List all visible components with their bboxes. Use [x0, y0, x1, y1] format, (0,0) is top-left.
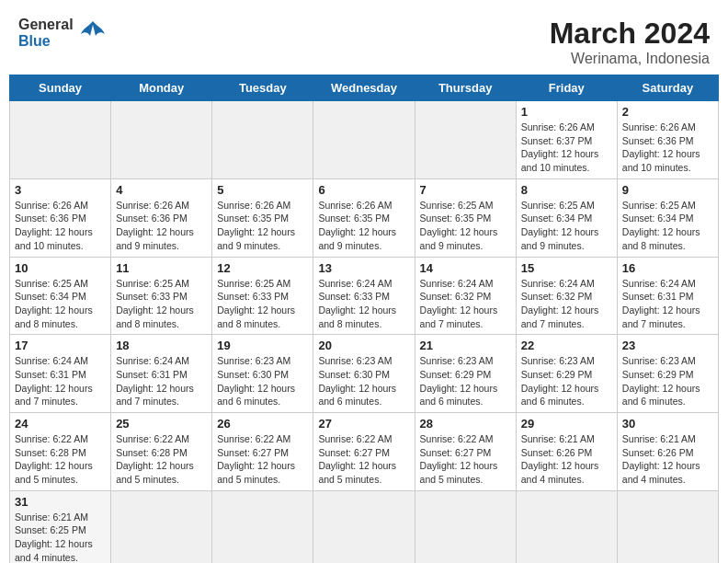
calendar-day-cell: 31Sunrise: 6:21 AM Sunset: 6:25 PM Dayli…: [10, 490, 111, 563]
calendar-day-cell: [516, 490, 617, 563]
day-number: 18: [116, 339, 207, 352]
calendar-header-row: SundayMondayTuesdayWednesdayThursdayFrid…: [10, 75, 719, 101]
logo: General Blue: [18, 17, 107, 49]
day-number: 7: [420, 183, 511, 197]
calendar-day-cell: 20Sunrise: 6:23 AM Sunset: 6:30 PM Dayli…: [313, 335, 415, 413]
day-info: Sunrise: 6:23 AM Sunset: 6:30 PM Dayligh…: [318, 354, 409, 408]
calendar-day-cell: 19Sunrise: 6:23 AM Sunset: 6:30 PM Dayli…: [212, 335, 313, 413]
weekday-header: Sunday: [10, 75, 111, 101]
weekday-header: Saturday: [617, 75, 718, 101]
calendar-day-cell: 11Sunrise: 6:25 AM Sunset: 6:33 PM Dayli…: [111, 257, 212, 335]
day-number: 14: [420, 261, 511, 275]
calendar-day-cell: 26Sunrise: 6:22 AM Sunset: 6:27 PM Dayli…: [212, 413, 313, 491]
calendar-day-cell: 14Sunrise: 6:24 AM Sunset: 6:32 PM Dayli…: [415, 257, 516, 335]
day-info: Sunrise: 6:25 AM Sunset: 6:34 PM Dayligh…: [15, 277, 106, 331]
day-info: Sunrise: 6:25 AM Sunset: 6:33 PM Dayligh…: [116, 277, 207, 331]
day-number: 6: [318, 183, 409, 197]
calendar-day-cell: 27Sunrise: 6:22 AM Sunset: 6:27 PM Dayli…: [313, 413, 415, 491]
day-info: Sunrise: 6:23 AM Sunset: 6:29 PM Dayligh…: [622, 354, 713, 408]
day-info: Sunrise: 6:24 AM Sunset: 6:31 PM Dayligh…: [116, 354, 207, 408]
calendar-day-cell: [10, 101, 111, 179]
calendar-day-cell: 15Sunrise: 6:24 AM Sunset: 6:32 PM Dayli…: [516, 257, 617, 335]
calendar-day-cell: 8Sunrise: 6:25 AM Sunset: 6:34 PM Daylig…: [516, 178, 617, 257]
calendar-day-cell: [111, 490, 212, 563]
logo-general: General: [18, 17, 74, 33]
day-info: Sunrise: 6:22 AM Sunset: 6:28 PM Dayligh…: [116, 432, 207, 487]
day-info: Sunrise: 6:23 AM Sunset: 6:30 PM Dayligh…: [217, 354, 308, 408]
calendar-day-cell: 9Sunrise: 6:25 AM Sunset: 6:34 PM Daylig…: [617, 178, 718, 257]
calendar-week-row: 3Sunrise: 6:26 AM Sunset: 6:36 PM Daylig…: [10, 178, 719, 257]
day-info: Sunrise: 6:25 AM Sunset: 6:35 PM Dayligh…: [420, 199, 511, 253]
calendar-day-cell: [313, 101, 415, 179]
calendar-day-cell: 23Sunrise: 6:23 AM Sunset: 6:29 PM Dayli…: [617, 335, 718, 413]
page-header: General Blue March 2024 Werinama, Indone…: [9, 9, 719, 71]
calendar-day-cell: [415, 101, 516, 179]
calendar-day-cell: [617, 490, 718, 563]
calendar-day-cell: [212, 101, 313, 179]
day-number: 12: [217, 261, 308, 275]
calendar-week-row: 24Sunrise: 6:22 AM Sunset: 6:28 PM Dayli…: [10, 413, 719, 491]
day-info: Sunrise: 6:25 AM Sunset: 6:34 PM Dayligh…: [622, 199, 713, 253]
calendar-day-cell: 5Sunrise: 6:26 AM Sunset: 6:35 PM Daylig…: [212, 178, 313, 257]
day-info: Sunrise: 6:26 AM Sunset: 6:35 PM Dayligh…: [318, 199, 409, 253]
day-info: Sunrise: 6:22 AM Sunset: 6:27 PM Dayligh…: [318, 432, 409, 487]
day-info: Sunrise: 6:26 AM Sunset: 6:35 PM Dayligh…: [217, 199, 308, 253]
day-number: 25: [116, 417, 207, 431]
day-number: 19: [217, 339, 308, 352]
day-number: 11: [116, 261, 207, 275]
weekday-header: Wednesday: [313, 75, 415, 101]
day-info: Sunrise: 6:25 AM Sunset: 6:33 PM Dayligh…: [217, 277, 308, 331]
calendar-day-cell: 3Sunrise: 6:26 AM Sunset: 6:36 PM Daylig…: [10, 178, 111, 257]
day-info: Sunrise: 6:24 AM Sunset: 6:33 PM Dayligh…: [318, 277, 409, 331]
calendar-day-cell: 16Sunrise: 6:24 AM Sunset: 6:31 PM Dayli…: [617, 257, 718, 335]
calendar-day-cell: 24Sunrise: 6:22 AM Sunset: 6:28 PM Dayli…: [10, 413, 111, 491]
day-info: Sunrise: 6:24 AM Sunset: 6:31 PM Dayligh…: [15, 354, 106, 408]
calendar-week-row: 17Sunrise: 6:24 AM Sunset: 6:31 PM Dayli…: [10, 335, 719, 413]
day-info: Sunrise: 6:24 AM Sunset: 6:32 PM Dayligh…: [420, 277, 511, 331]
day-info: Sunrise: 6:21 AM Sunset: 6:26 PM Dayligh…: [622, 432, 713, 487]
day-number: 20: [318, 339, 409, 352]
calendar-week-row: 1Sunrise: 6:26 AM Sunset: 6:37 PM Daylig…: [10, 101, 719, 179]
day-info: Sunrise: 6:26 AM Sunset: 6:37 PM Dayligh…: [521, 121, 612, 175]
day-number: 15: [521, 261, 612, 275]
weekday-header: Friday: [516, 75, 617, 101]
day-number: 8: [521, 183, 612, 197]
calendar-day-cell: [111, 101, 212, 179]
day-number: 26: [217, 417, 308, 431]
day-info: Sunrise: 6:22 AM Sunset: 6:28 PM Dayligh…: [15, 432, 106, 487]
calendar-day-cell: 25Sunrise: 6:22 AM Sunset: 6:28 PM Dayli…: [111, 413, 212, 491]
day-number: 24: [15, 417, 106, 431]
day-info: Sunrise: 6:26 AM Sunset: 6:36 PM Dayligh…: [622, 121, 713, 175]
calendar-table: SundayMondayTuesdayWednesdayThursdayFrid…: [9, 75, 719, 563]
calendar-day-cell: 12Sunrise: 6:25 AM Sunset: 6:33 PM Dayli…: [212, 257, 313, 335]
calendar-day-cell: 6Sunrise: 6:26 AM Sunset: 6:35 PM Daylig…: [313, 178, 415, 257]
day-number: 2: [622, 105, 713, 119]
day-info: Sunrise: 6:23 AM Sunset: 6:29 PM Dayligh…: [521, 354, 612, 408]
day-number: 9: [622, 183, 713, 197]
day-info: Sunrise: 6:22 AM Sunset: 6:27 PM Dayligh…: [420, 432, 511, 487]
calendar-day-cell: 21Sunrise: 6:23 AM Sunset: 6:29 PM Dayli…: [415, 335, 516, 413]
day-info: Sunrise: 6:24 AM Sunset: 6:32 PM Dayligh…: [521, 277, 612, 331]
day-number: 27: [318, 417, 409, 431]
day-info: Sunrise: 6:21 AM Sunset: 6:25 PM Dayligh…: [15, 511, 106, 563]
day-number: 28: [420, 417, 511, 431]
day-number: 23: [622, 339, 713, 352]
day-info: Sunrise: 6:22 AM Sunset: 6:27 PM Dayligh…: [217, 432, 308, 487]
logo-text-block: General Blue: [18, 17, 74, 49]
month-year-title: March 2024: [550, 17, 710, 51]
logo-bird-icon: [79, 19, 107, 47]
weekday-header: Thursday: [415, 75, 516, 101]
day-number: 1: [521, 105, 612, 119]
calendar-day-cell: 17Sunrise: 6:24 AM Sunset: 6:31 PM Dayli…: [10, 335, 111, 413]
calendar-day-cell: 18Sunrise: 6:24 AM Sunset: 6:31 PM Dayli…: [111, 335, 212, 413]
day-number: 29: [521, 417, 612, 431]
location-subtitle: Werinama, Indonesia: [550, 51, 710, 67]
day-number: 5: [217, 183, 308, 197]
calendar-day-cell: [415, 490, 516, 563]
day-number: 4: [116, 183, 207, 197]
calendar-day-cell: 13Sunrise: 6:24 AM Sunset: 6:33 PM Dayli…: [313, 257, 415, 335]
calendar-week-row: 31Sunrise: 6:21 AM Sunset: 6:25 PM Dayli…: [10, 490, 719, 563]
day-info: Sunrise: 6:23 AM Sunset: 6:29 PM Dayligh…: [420, 354, 511, 408]
day-number: 22: [521, 339, 612, 352]
day-number: 10: [15, 261, 106, 275]
